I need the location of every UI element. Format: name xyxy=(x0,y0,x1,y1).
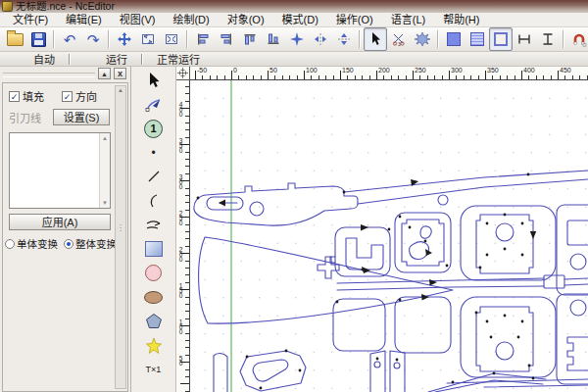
menu-language[interactable]: 语言(L) xyxy=(382,13,434,26)
fill-none-button[interactable] xyxy=(489,27,513,51)
checkbox-check-icon: ✓ xyxy=(62,91,73,102)
undo-icon: ↶ xyxy=(64,32,76,47)
panel-scroll-grip-icon[interactable]: ⋮ xyxy=(116,225,125,231)
v-ruler-label: 50 xyxy=(177,355,184,365)
undo-button[interactable]: ↶ xyxy=(58,27,81,51)
circle-tool[interactable] xyxy=(142,262,166,285)
transform-burst-icon xyxy=(415,31,430,47)
zoom-extents-button[interactable] xyxy=(160,27,183,51)
select-tool[interactable] xyxy=(142,69,166,92)
drawing-canvas[interactable] xyxy=(190,80,588,392)
menu-file[interactable]: 文件(F) xyxy=(4,13,57,26)
trim-button[interactable]: 3 xyxy=(387,27,411,51)
menu-view[interactable]: 视图(V) xyxy=(111,13,165,26)
apply-button[interactable]: 应用(A) xyxy=(9,214,111,230)
lead-line-listbox[interactable]: ▲ ▼ xyxy=(9,132,111,209)
open-file-button[interactable] xyxy=(3,27,26,51)
mirror-vertical-button[interactable] xyxy=(332,27,356,51)
menu-draw[interactable]: 绘制(D) xyxy=(164,13,218,26)
menu-mode[interactable]: 模式(D) xyxy=(273,13,327,26)
part-square-plate-upper xyxy=(461,206,556,280)
pan-button[interactable] xyxy=(113,27,136,51)
line-tool[interactable] xyxy=(142,165,166,188)
center-origin-button[interactable] xyxy=(285,27,309,51)
fill-solid-button[interactable] xyxy=(442,27,466,51)
arc-tool[interactable] xyxy=(142,189,166,213)
v-ruler-label: 100 xyxy=(177,318,184,333)
zoom-window-button[interactable] xyxy=(136,27,160,51)
part-long-strip xyxy=(344,171,588,204)
listbox-scrollbar[interactable]: ▲ ▼ xyxy=(99,133,110,208)
select-button[interactable] xyxy=(364,27,387,51)
polygon-tool[interactable] xyxy=(142,310,166,333)
transform-button[interactable] xyxy=(411,27,434,51)
menu-help[interactable]: 帮助(H) xyxy=(434,13,488,26)
toolbar-separator xyxy=(563,30,564,48)
fill-checkbox[interactable]: ✓ 填充 xyxy=(9,88,44,104)
v-ruler-label: 250 xyxy=(177,210,184,224)
align-top-icon xyxy=(242,31,258,47)
title-bar[interactable]: 无标题.nce - NcEditor xyxy=(0,0,588,13)
h-ruler-label: 0 xyxy=(233,67,237,74)
menu-object[interactable]: 对象(O) xyxy=(219,13,273,26)
polyline-tool[interactable] xyxy=(142,214,166,237)
point-tool[interactable]: • xyxy=(142,141,166,165)
panel-close-button[interactable]: x xyxy=(114,68,126,79)
radio-icon xyxy=(5,239,15,249)
height-equal-button[interactable] xyxy=(536,27,560,51)
star-tool[interactable] xyxy=(142,334,166,358)
align-right-button[interactable] xyxy=(215,27,238,51)
align-left-button[interactable] xyxy=(191,27,215,51)
part-z-slot xyxy=(240,351,306,391)
main-toolbar: ↶ ↷ xyxy=(0,27,588,52)
mode-normal-run[interactable]: 正常运行 xyxy=(151,51,206,67)
v-ruler-label: 350 xyxy=(177,137,184,152)
mirror-vertical-icon xyxy=(336,31,352,47)
ellipse-tool[interactable] xyxy=(142,285,166,309)
line-icon xyxy=(146,169,162,184)
align-bottom-button[interactable] xyxy=(262,27,285,51)
mirror-horizontal-icon xyxy=(313,31,328,47)
h-ruler-label: 100 xyxy=(306,67,318,74)
menu-operate[interactable]: 操作(O) xyxy=(327,13,382,26)
width-equal-button[interactable] xyxy=(513,27,536,51)
circle-icon xyxy=(145,265,162,281)
node-edit-tool[interactable] xyxy=(142,93,166,117)
save-button[interactable] xyxy=(26,27,50,51)
align-top-button[interactable] xyxy=(238,27,262,51)
mode-auto[interactable]: 自动 xyxy=(27,51,61,67)
simulate-tool[interactable]: 1 xyxy=(142,117,166,140)
panel-body: ✓ 填充 ✓ 方向 引刀线 设置(S) ▲ ▼ 应用(A) xyxy=(2,82,128,392)
panel-scroll-up-icon[interactable]: ▲ xyxy=(116,87,125,93)
part-stock xyxy=(194,183,358,225)
crosshair-icon xyxy=(176,67,189,79)
draw-tool-palette: 1 • T×1 xyxy=(131,67,176,392)
panel-scrollbar[interactable]: ▲ ⋮ xyxy=(115,85,126,389)
mirror-horizontal-button[interactable] xyxy=(309,27,332,51)
toolbar-separator xyxy=(53,30,55,48)
h-ruler-label: 350 xyxy=(487,67,499,74)
scroll-up-icon[interactable]: ▲ xyxy=(102,135,108,141)
rectangle-tool[interactable] xyxy=(142,237,166,261)
single-transform-radio[interactable]: 单体变换 xyxy=(5,236,58,251)
direction-checkbox[interactable]: ✓ 方向 xyxy=(62,88,97,104)
fill-hatch-icon xyxy=(470,32,484,46)
fill-hatch-button[interactable] xyxy=(466,27,489,51)
panel-collapse-button[interactable]: ▲ xyxy=(98,68,111,79)
array-tool[interactable]: T×1 xyxy=(142,358,166,381)
align-left-icon xyxy=(195,31,211,47)
h-ruler-label: 200 xyxy=(378,67,390,74)
lead-line-settings-button[interactable]: 设置(S) xyxy=(53,109,110,125)
mode-run[interactable]: 运行 xyxy=(100,51,133,67)
menu-edit[interactable]: 编辑(E) xyxy=(57,13,111,26)
mode-separator xyxy=(69,54,71,65)
panel-grip[interactable] xyxy=(3,73,95,77)
redo-button[interactable]: ↷ xyxy=(81,27,105,51)
scroll-down-icon[interactable]: ▼ xyxy=(102,200,108,206)
svg-text:3: 3 xyxy=(398,41,401,47)
whole-transform-radio[interactable]: 整体变换 xyxy=(64,236,117,251)
h-ruler-label: 450 xyxy=(560,67,571,74)
pentagon-icon xyxy=(145,313,163,329)
snap-button[interactable] xyxy=(567,27,588,51)
number-one-icon: 1 xyxy=(144,120,163,138)
